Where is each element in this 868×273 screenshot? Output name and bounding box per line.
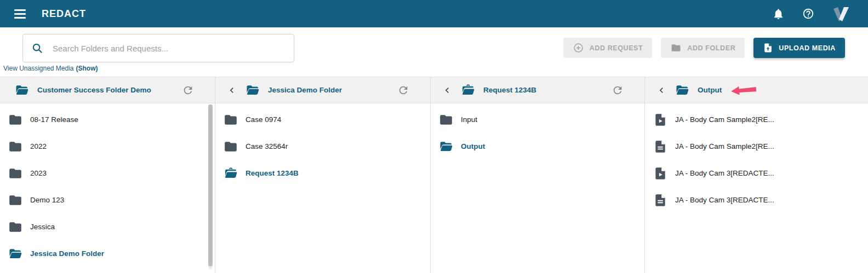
folder-open-icon (674, 83, 690, 97)
video-file-icon (653, 166, 667, 181)
browser-column-4: Output JA - Body Cam Sample2[RE... JA - … (645, 77, 868, 273)
column-header: Customer Success Folder Demo (0, 77, 215, 103)
file-item[interactable]: JA - Body Cam Sample2[RE... (645, 133, 868, 160)
annotation-arrow (731, 84, 758, 96)
file-item[interactable]: JA - Body Cam 3[REDACTE... (645, 187, 868, 213)
scrollbar-thumb[interactable] (208, 104, 213, 266)
folder-open-icon (8, 247, 22, 261)
search-box[interactable] (22, 34, 294, 62)
folder-icon (8, 193, 22, 207)
column-title: Customer Success Folder Demo (37, 86, 151, 94)
folder-item[interactable]: Jessica Demo Folder (0, 240, 215, 267)
menu-icon[interactable] (13, 7, 27, 21)
refresh-icon[interactable] (397, 84, 409, 96)
add-folder-label: ADD FOLDER (687, 44, 735, 52)
folder-icon (224, 140, 238, 154)
folder-item[interactable]: Case 32564r (215, 133, 430, 160)
help-icon[interactable] (802, 8, 814, 20)
toolbar: ADD REQUEST ADD FOLDER UPLOAD MEDIA View… (0, 27, 868, 77)
file-item[interactable]: JA - Body Cam Sample2[RE... (645, 106, 868, 133)
unassigned-prefix: View Unassigned Media (3, 65, 74, 72)
top-app-bar: REDACT (0, 0, 868, 27)
column-header: Request 1234B (431, 77, 644, 103)
show-action[interactable]: (Show) (76, 65, 98, 72)
folder-item[interactable]: Output (431, 133, 644, 160)
folder-item[interactable]: Case 0974 (215, 106, 430, 133)
search-input[interactable] (52, 43, 285, 54)
veritone-logo (832, 5, 850, 22)
folder-item[interactable]: 2022 (0, 133, 215, 160)
folder-icon (8, 166, 22, 181)
folder-open-icon (14, 83, 30, 97)
folder-browser: Customer Success Folder Demo 08-17 Relea… (0, 77, 868, 273)
video-file-icon (653, 113, 667, 127)
folder-icon (8, 113, 22, 127)
folder-item[interactable]: Input (431, 106, 644, 133)
folder-open-icon (439, 140, 453, 154)
folder-icon (8, 220, 22, 234)
file-item[interactable]: JA - Body Cam 3[REDACTE... (645, 160, 868, 187)
browser-column-2: Jessica Demo Folder Case 0974 Case 32564… (215, 77, 431, 273)
app-title: REDACT (42, 8, 86, 20)
column-header: Output (645, 77, 868, 103)
back-chevron-icon[interactable] (442, 85, 453, 96)
app-root: REDACT ADD REQUEST (0, 0, 868, 273)
folder-item[interactable]: Request 1234B (215, 160, 430, 187)
add-folder-button[interactable]: ADD FOLDER (661, 38, 745, 58)
add-request-button[interactable]: ADD REQUEST (563, 38, 653, 58)
notifications-bell-icon[interactable] (772, 8, 785, 20)
upload-file-icon (763, 43, 773, 53)
upload-media-label: UPLOAD MEDIA (779, 44, 836, 52)
folder-item[interactable]: Jessica (0, 213, 215, 240)
column-title: Output (698, 86, 722, 94)
folder-item[interactable]: 2023 (0, 160, 215, 187)
folder-icon (439, 113, 453, 127)
action-buttons: ADD REQUEST ADD FOLDER UPLOAD MEDIA (563, 38, 845, 58)
briefcase-open-icon (460, 83, 476, 97)
back-chevron-icon[interactable] (656, 85, 667, 96)
add-circle-icon (573, 42, 584, 54)
column-header: Jessica Demo Folder (215, 77, 430, 103)
scrollbar-track[interactable] (208, 104, 213, 270)
briefcase-open-icon (224, 166, 238, 181)
upload-media-button[interactable]: UPLOAD MEDIA (753, 38, 845, 58)
folder-open-icon (244, 83, 261, 97)
view-unassigned-media-link[interactable]: View Unassigned Media(Show) (3, 65, 98, 72)
add-request-label: ADD REQUEST (590, 44, 643, 52)
doc-file-icon (653, 140, 667, 154)
folder-icon (670, 43, 682, 53)
search-icon (31, 42, 44, 55)
back-chevron-icon[interactable] (226, 85, 237, 96)
folder-icon (224, 113, 238, 127)
browser-column-3: Request 1234B Input Output (431, 77, 645, 273)
folder-icon (8, 140, 22, 154)
folder-item[interactable]: Demo 123 (0, 187, 215, 213)
column-title: Jessica Demo Folder (268, 86, 342, 94)
column-title: Request 1234B (483, 86, 536, 94)
doc-file-icon (653, 193, 667, 207)
folder-item[interactable]: 08-17 Release (0, 106, 215, 133)
refresh-icon[interactable] (182, 84, 194, 96)
refresh-icon[interactable] (612, 84, 624, 96)
topbar-actions (772, 5, 868, 22)
browser-column-1: Customer Success Folder Demo 08-17 Relea… (0, 77, 215, 273)
